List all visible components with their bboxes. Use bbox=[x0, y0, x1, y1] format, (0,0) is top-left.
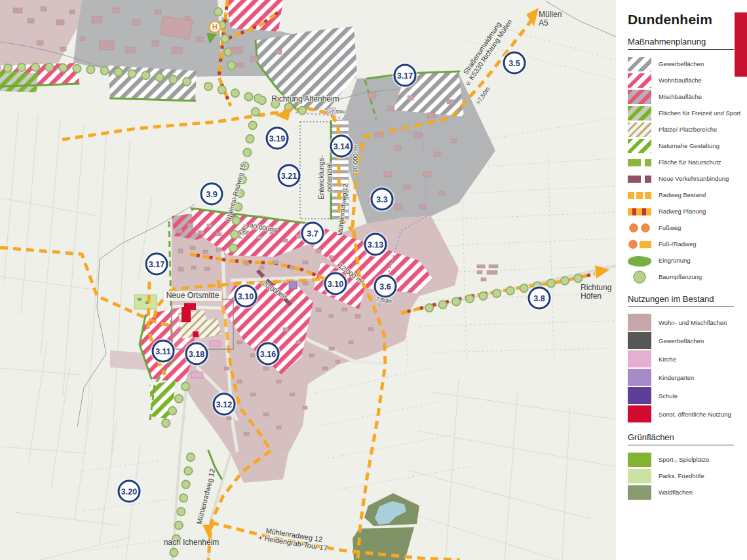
legend-item-label: Mischbaufläche bbox=[659, 93, 702, 100]
legend-item: Naturnahe Gestaltung bbox=[628, 138, 747, 154]
legend-item-label: Gewerbeflächen bbox=[659, 60, 704, 67]
legend-swatch-dot-dash bbox=[628, 237, 651, 252]
legend-swatch-tree-circle bbox=[628, 270, 651, 284]
legend-swatch-solid bbox=[628, 485, 651, 500]
legend-item: Waldflächen bbox=[628, 484, 747, 500]
legend-swatch-green-blob bbox=[628, 256, 651, 267]
legend-section-heading: Nutzungen im Bestand bbox=[628, 294, 734, 307]
page-title: Dundenheim bbox=[628, 12, 747, 28]
legend-swatch-pink-gray-stripes bbox=[628, 90, 651, 104]
legend-item-label: Schule bbox=[659, 392, 678, 400]
weight-limit-sign bbox=[327, 108, 335, 115]
legend-item: Parks, Friedhöfe bbox=[628, 468, 747, 484]
legend-item: Gewerbeflächen bbox=[628, 331, 747, 350]
legend-swatch-orange-dash bbox=[628, 188, 651, 202]
legend-item-label: Kirche bbox=[659, 356, 676, 363]
legend-swatch-solid bbox=[628, 387, 651, 404]
legend-item: Plätze/ Platzbereiche bbox=[628, 121, 747, 138]
legend-item-label: Wohn- und Mischflächen bbox=[659, 319, 727, 326]
legend-item: Schule bbox=[628, 386, 747, 405]
legend-item-label: Kindergarten bbox=[659, 374, 694, 381]
legend-item: Radweg Planung bbox=[628, 203, 747, 219]
legend-item: Wohnbaufläche bbox=[628, 72, 747, 88]
legend-item-label: Flächen für Freizeit und Sport bbox=[659, 109, 740, 117]
legend-item: Sonst. öffentliche Nutzung bbox=[628, 405, 747, 423]
legend-swatch-green-gray-stripes bbox=[628, 106, 651, 121]
legend-item: Sport-, Spielplätze bbox=[628, 451, 747, 468]
legend-item-label: Radweg Bestand bbox=[659, 191, 706, 198]
legend-item-label: Sport-, Spielplätze bbox=[659, 456, 710, 463]
legend-item-label: Radweg Planung bbox=[659, 208, 706, 215]
legend-item-label: Sonst. öffentliche Nutzung bbox=[659, 411, 731, 418]
legend-item: Fuß-/Radweg bbox=[628, 236, 747, 252]
zone-freizeit-sport bbox=[0, 71, 38, 92]
legend-item: Neue Verkehrsanbindung bbox=[628, 170, 747, 187]
public-building-red-small bbox=[193, 331, 199, 337]
legend-item-label: Fuß-/Radweg bbox=[659, 240, 697, 248]
legend-item: Flächen für Freizeit und Sport bbox=[628, 105, 747, 121]
legend-item: Radweg Bestand bbox=[628, 187, 747, 203]
legend-section-heading: Maßnahmenplanung bbox=[628, 37, 734, 50]
legend-item: Baumpflanzung bbox=[628, 269, 747, 285]
legend-item-label: Baumpflanzung bbox=[659, 273, 702, 280]
planning-map-page: 3.53.173.193.143.213.93.33.73.133.173.10… bbox=[0, 0, 747, 560]
legend-item: Wohn- und Mischflächen bbox=[628, 313, 747, 331]
legend-item-label: Waldflächen bbox=[659, 489, 693, 496]
legend-item: Kirche bbox=[628, 350, 747, 368]
legend-item: Eingrünung bbox=[628, 252, 747, 269]
legend-item-label: Wohnbaufläche bbox=[659, 77, 702, 84]
legend-section-heading: Grünflächen bbox=[628, 432, 734, 445]
map-base bbox=[0, 0, 616, 560]
legend-item: Gewerbeflächen bbox=[628, 56, 747, 72]
legend-item-label: Naturnahe Gestaltung bbox=[659, 142, 719, 149]
legend-item: Kindergarten bbox=[628, 368, 747, 386]
legend-swatch-solid bbox=[628, 453, 651, 467]
legend-swatch-solid bbox=[628, 369, 651, 386]
park-area bbox=[134, 295, 157, 309]
legend-swatch-green-stripes bbox=[628, 139, 651, 153]
kindergarten-building bbox=[289, 282, 297, 289]
legend-swatch-green-dash bbox=[628, 155, 651, 170]
legend-swatch-orange-dots bbox=[628, 221, 651, 235]
legend-item-label: Fläche für Naturschutz bbox=[659, 159, 721, 166]
legend-swatch-pink-stripes bbox=[628, 73, 651, 88]
legend-item-label: Eingrünung bbox=[659, 257, 691, 264]
legend-swatch-orange-red-dash bbox=[628, 204, 651, 219]
bus-stop-icon bbox=[210, 22, 221, 33]
legend-item: Fläche für Naturschutz bbox=[628, 154, 747, 170]
legend-item-label: Fußweg bbox=[659, 224, 681, 231]
legend-item-label: Plätze/ Platzbereiche bbox=[659, 126, 717, 133]
legend-swatch-solid bbox=[628, 332, 651, 349]
legend-item-label: Parks, Friedhöfe bbox=[659, 472, 704, 479]
church-building bbox=[210, 341, 220, 346]
accent-bar bbox=[735, 12, 747, 77]
legend-swatch-solid bbox=[628, 314, 651, 331]
legend-swatch-tan-stripes bbox=[628, 122, 651, 137]
map-canvas: 3.53.173.193.143.213.93.33.73.133.173.10… bbox=[0, 0, 616, 560]
legend-item-label: Gewerbeflächen bbox=[659, 337, 704, 345]
legend-sections: MaßnahmenplanungGewerbeflächenWohnbauflä… bbox=[628, 37, 747, 500]
legend-swatch-solid bbox=[628, 469, 651, 483]
legend: Dundenheim MaßnahmenplanungGewerbefläche… bbox=[616, 0, 747, 560]
legend-item: Mischbaufläche bbox=[628, 88, 747, 105]
church-building bbox=[191, 372, 203, 378]
legend-item: Fußweg bbox=[628, 219, 747, 236]
legend-swatch-solid bbox=[628, 405, 651, 422]
legend-swatch-maroon-dash bbox=[628, 172, 651, 186]
legend-item-label: Neue Verkehrsanbindung bbox=[659, 175, 729, 182]
legend-swatch-solid bbox=[628, 350, 651, 367]
legend-swatch-gray-stripes bbox=[628, 57, 651, 71]
